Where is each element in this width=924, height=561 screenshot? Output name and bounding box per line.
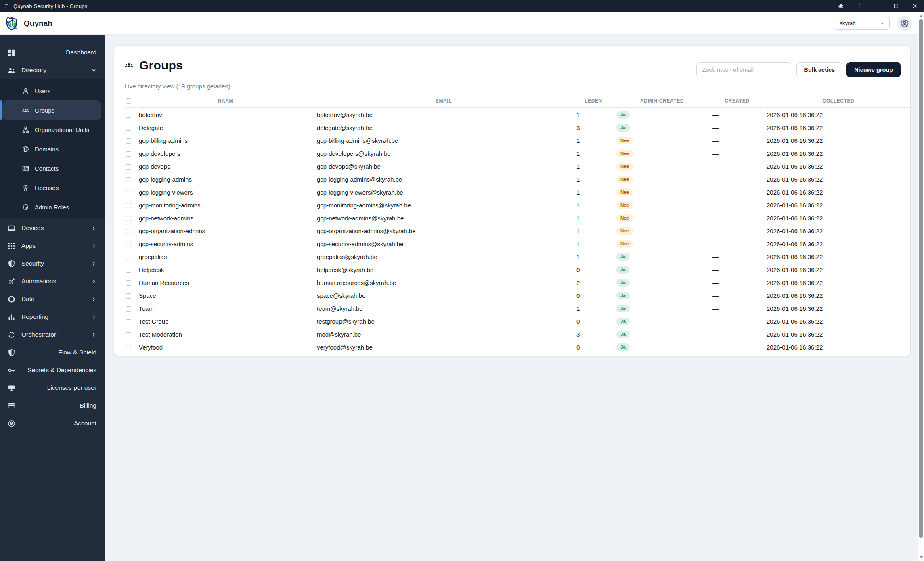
sidebar-item-data[interactable]: Data: [0, 290, 105, 308]
account-menu-button[interactable]: [897, 16, 912, 31]
minimize-button[interactable]: [868, 0, 887, 12]
sidebar-item-automations[interactable]: Automations: [0, 272, 105, 290]
row-checkbox[interactable]: [126, 280, 131, 286]
sidebar-item-domains[interactable]: Domains: [0, 139, 105, 159]
sidebar-item-groups[interactable]: Groups: [2, 100, 101, 120]
row-checkbox[interactable]: [126, 229, 131, 234]
groups-icon: [21, 106, 29, 114]
row-checkbox[interactable]: [126, 345, 131, 350]
group-name: gcp-logging-viewers: [138, 186, 314, 199]
search-input[interactable]: [696, 62, 792, 77]
group-created: —: [711, 237, 763, 250]
table-row[interactable]: gcp-logging-viewersgcp-logging-viewers@s…: [126, 186, 912, 199]
page-scrollbar[interactable]: [918, 12, 924, 561]
row-checkbox[interactable]: [126, 126, 131, 131]
table-row[interactable]: gcp-logging-adminsgcp-logging-admins@sky…: [126, 173, 912, 186]
table-row[interactable]: Human Recourceshuman.recources@skyrah.be…: [126, 276, 912, 289]
table-row[interactable]: Test Moderationmod@skyrah.be3Ja—2026-01-…: [126, 328, 912, 341]
table-row[interactable]: Teamteam@skyrah.be1Ja—2026-01-06 16:36:2…: [126, 302, 912, 315]
row-checkbox[interactable]: [126, 268, 131, 273]
select-all-checkbox[interactable]: [126, 98, 131, 104]
admin-created-cell: Nee: [615, 237, 709, 250]
table-row[interactable]: Veryfoodveryfood@skyrah.be0Ja—2026-01-06…: [126, 341, 912, 354]
table-row[interactable]: gcp-devopsgcp-devops@skyrah.be1Nee—2026-…: [126, 160, 912, 173]
group-created: —: [711, 211, 763, 224]
row-checkbox[interactable]: [126, 113, 131, 118]
sidebar-item-dashboard[interactable]: Dashboard: [0, 44, 105, 61]
scroll-down-arrow-icon[interactable]: [918, 554, 924, 560]
admin-created-cell: Ja: [615, 289, 709, 302]
admin-created-cell: Ja: [615, 250, 709, 263]
table-row[interactable]: gcp-security-adminsgcp-security-admins@s…: [126, 237, 912, 250]
table-row[interactable]: gcp-developersgcp-developers@skyrah.be1N…: [126, 147, 912, 160]
sidebar-item-security[interactable]: Security: [0, 255, 105, 272]
row-checkbox[interactable]: [126, 138, 131, 144]
org-units-icon: [21, 126, 29, 134]
user-avatar-icon: [900, 19, 909, 28]
table-row[interactable]: Test Grouptestgroup@skyrah.be0Ja—2026-01…: [126, 315, 912, 328]
group-collected: 2026-01-06 16:36:22: [765, 211, 912, 224]
group-member-count: 1: [574, 160, 613, 173]
sidebar-item-label: Account: [74, 420, 96, 427]
close-button[interactable]: [905, 0, 924, 12]
group-name: Delegate: [138, 121, 314, 134]
table-row[interactable]: gcp-organization-adminsgcp-organization-…: [126, 224, 912, 237]
row-checkbox[interactable]: [126, 255, 131, 260]
sidebar-item-licenses[interactable]: Licenses: [0, 178, 105, 197]
sidebar-item-organizational-units[interactable]: Organizational Units: [0, 120, 105, 139]
sidebar-item-flow-shield[interactable]: Flow & Shield: [0, 343, 105, 361]
group-collected: 2026-01-06 16:36:22: [765, 134, 912, 147]
admin-created-badge: Ja: [616, 111, 630, 119]
admin-created-cell: Ja: [615, 315, 709, 328]
sidebar-item-directory[interactable]: Directory: [0, 61, 105, 79]
row-checkbox[interactable]: [126, 242, 131, 247]
row-checkbox[interactable]: [126, 332, 131, 337]
extensions-icon[interactable]: [831, 0, 850, 12]
main-content: Groups Bulk acties Nieuwe group Live dir…: [105, 35, 918, 561]
row-checkbox[interactable]: [126, 164, 131, 170]
group-collected: 2026-01-06 16:36:22: [765, 160, 912, 173]
table-row[interactable]: bokertovbokertov@skyrah.be1Ja—2026-01-06…: [126, 108, 912, 121]
maximize-button[interactable]: [887, 0, 905, 12]
sidebar-item-devices[interactable]: Devices: [0, 219, 105, 237]
sidebar-item-secrets-dependencies[interactable]: Secrets & Dependencies: [0, 361, 105, 379]
row-checkbox[interactable]: [126, 216, 131, 221]
browser-menu-kebab-icon[interactable]: [850, 0, 868, 12]
new-group-button[interactable]: Nieuwe group: [846, 62, 901, 77]
group-name: Test Moderation: [138, 328, 314, 341]
row-checkbox[interactable]: [126, 306, 131, 312]
sidebar-item-orchestrator[interactable]: Orchestrator: [0, 326, 105, 343]
table-row[interactable]: Delegatedelegate@skyrah.be3Ja—2026-01-06…: [126, 121, 912, 134]
table-row[interactable]: Spacespace@skyrah.be0Ja—2026-01-06 16:36…: [126, 289, 912, 302]
table-row[interactable]: Helpdeskhelpdesk@skyrah.be0Ja—2026-01-06…: [126, 263, 912, 276]
group-name: gcp-developers: [138, 147, 314, 160]
sidebar-item-licenses-per-user[interactable]: Licenses per user: [0, 379, 105, 397]
sidebar-item-admin-roles[interactable]: Admin Roles: [0, 197, 105, 217]
sidebar-item-users[interactable]: Users: [0, 81, 105, 100]
chevron-right-icon: [91, 314, 96, 320]
table-row[interactable]: gcp-billing-adminsgcp-billing-admins@sky…: [126, 134, 912, 147]
group-member-count: 0: [574, 315, 613, 328]
group-member-count: 1: [574, 173, 613, 186]
sidebar-item-reporting[interactable]: Reporting: [0, 308, 105, 326]
row-checkbox[interactable]: [126, 203, 131, 208]
bulk-actions-button[interactable]: Bulk acties: [796, 62, 843, 77]
group-member-count: 1: [574, 211, 613, 224]
table-row[interactable]: gcp-network-adminsgcp-network-admins@sky…: [126, 211, 912, 224]
table-row[interactable]: gcp-monitoring-adminsgcp-monitoring-admi…: [126, 199, 912, 211]
sidebar-item-billing[interactable]: Billing: [0, 397, 105, 414]
row-checkbox[interactable]: [126, 319, 131, 324]
row-checkbox[interactable]: [126, 293, 131, 299]
admin-created-cell: Ja: [615, 263, 709, 276]
row-checkbox[interactable]: [126, 151, 131, 157]
sidebar-item-account[interactable]: Account: [0, 414, 105, 432]
scroll-up-arrow-icon[interactable]: [918, 13, 924, 19]
org-selector[interactable]: skyrah: [834, 17, 890, 30]
sidebar-item-contacts[interactable]: Contacts: [0, 159, 105, 178]
table-row[interactable]: groepaliasgroepalias@skyrah.be1Ja—2026-0…: [126, 250, 912, 263]
row-checkbox[interactable]: [126, 190, 131, 195]
row-checkbox[interactable]: [126, 177, 131, 182]
group-name: Space: [138, 289, 314, 302]
scrollbar-thumb[interactable]: [919, 19, 923, 538]
sidebar-item-apps[interactable]: Apps: [0, 237, 105, 255]
